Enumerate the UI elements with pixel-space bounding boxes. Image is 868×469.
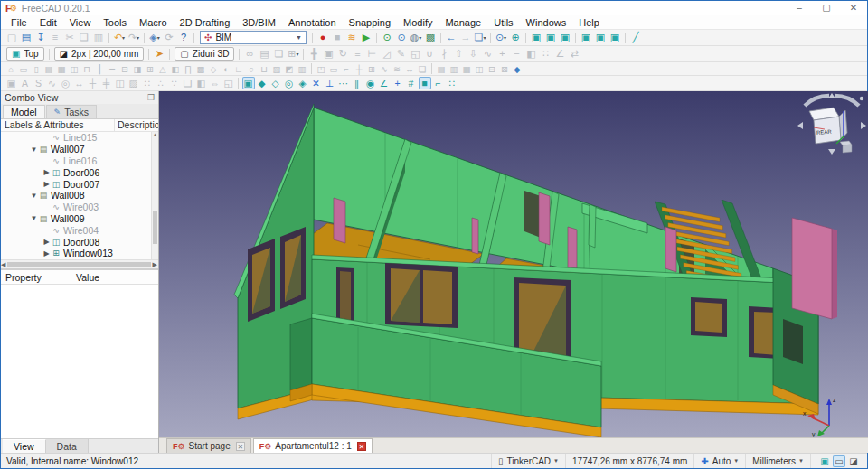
bim-space-icon[interactable]: ▦ [56,63,68,74]
document-tab-start-page[interactable]: F⚙Start page✕ [166,438,251,453]
front-view-icon[interactable]: ▣ [544,31,558,44]
fit-all-icon[interactable]: ⊕ [509,31,523,44]
menu-macro[interactable]: Macro [133,15,174,30]
link-icon[interactable]: ∞ [243,47,257,61]
tab-data[interactable]: Data [46,439,89,453]
bim-equipment-icon[interactable]: ◐ [221,63,232,74]
draft-add-point-icon[interactable]: + [495,47,509,61]
working-plane-arrow-icon[interactable]: ➤ [153,47,166,61]
tree-item-door006[interactable]: ▶◫Door006 [1,166,151,178]
bottom-view-icon[interactable]: ▣ [609,31,622,44]
draw-style-icon[interactable]: ◍▾ [410,31,423,44]
macro-edit-icon[interactable]: ≋ [345,31,359,44]
snap-working-plane-icon[interactable]: ■ [419,77,431,89]
draft-upgrade-icon[interactable]: ⇧ [452,47,466,61]
snap-center-icon[interactable]: ◎ [283,77,296,89]
menu-windows[interactable]: Windows [520,15,573,30]
shape-string-icon[interactable]: S [33,77,45,89]
expand-arrow-icon[interactable]: ▶ [42,168,51,176]
tree-item-wire003[interactable]: ∿Wire003 [1,202,151,213]
snap-near-icon[interactable]: ∠ [378,77,391,89]
path-array-icon[interactable]: ∴ [155,77,167,89]
document-tab-apartamentul12-1[interactable]: F⚙Apartamentul12 : 1✕ [253,438,373,453]
workbench-selector[interactable]: ✣BIM▼ [200,31,307,44]
tree-item-door007[interactable]: ▶◫Door007 [1,178,151,190]
scroll-thumb[interactable] [7,262,150,267]
zoom-in-icon[interactable]: ⊙▾ [495,31,508,44]
bim-beam-icon[interactable]: ━ [107,63,118,74]
draft-remove-point-icon[interactable]: − [510,47,524,61]
close-tab-icon[interactable]: ✕ [236,442,245,451]
ortho-array-icon[interactable]: ∷ [141,77,154,89]
collapse-arrow-icon[interactable]: ▼ [30,145,38,154]
menu-annotation[interactable]: Annotation [282,15,343,30]
tree-horizontal-scrollbar[interactable]: ◀▶ [1,259,158,268]
copy-icon[interactable]: ❏ [78,31,91,44]
draft-join-icon[interactable]: ∪ [423,47,437,61]
tab-view[interactable]: View [3,439,46,453]
ifc-lock-icon[interactable]: ⊠ [499,63,511,74]
image-plane-icon[interactable]: ▣ [5,77,18,89]
snap-special-icon[interactable]: ◉ [364,77,377,89]
snap-extension-icon[interactable]: ⋯ [337,77,350,89]
draft-trimex-icon[interactable]: ⊢ [365,47,379,61]
top-view-icon[interactable]: ▣ [559,31,572,44]
bim-level-icon[interactable]: ▤ [43,63,55,74]
undo-icon[interactable]: ↶▾ [113,31,127,44]
rear-view-icon[interactable]: ▣ [594,31,608,44]
menu-3d-bim[interactable]: 3D/BIM [236,15,282,30]
views-manager-icon[interactable]: ◆ [512,63,524,74]
bim-stairs-icon[interactable]: ▨ [271,63,283,74]
snap-parallel-icon[interactable]: ∥ [351,77,363,89]
refresh-icon[interactable]: ⟳ [163,31,176,44]
tree-item-wall007[interactable]: ▼▤Wall007 [1,144,151,155]
draft-mirror-icon[interactable]: ◧ [524,47,538,61]
draft-wire-to-spline-icon[interactable]: ∿ [481,47,495,61]
axis-system-icon[interactable]: ╪ [100,77,113,89]
draft-copy-icon[interactable]: ▣ [322,47,335,61]
snap-dimensions-icon[interactable]: ⌐ [432,77,445,89]
mirror-icon[interactable]: ◧ [195,77,208,89]
bim-text-icon[interactable]: ≋ [392,63,403,74]
axonometric-view-icon[interactable]: ▣ [530,31,543,44]
tree-item-line015[interactable]: ∿Line015 [1,132,151,144]
redo-icon[interactable]: ↷▾ [127,31,141,44]
tree-item-door008[interactable]: ▶◫Door008 [1,236,151,248]
clone-icon[interactable]: ❏ [182,77,194,89]
tree-item-wall009[interactable]: ▼▤Wall009 [1,213,151,225]
bim-sketch-icon[interactable]: ∿ [379,63,391,74]
ifc-diff-icon[interactable]: ▥ [448,63,460,74]
draft-invert-icon[interactable]: ⇄ [568,47,581,61]
bim-wall-icon[interactable]: ◫ [69,63,80,74]
workbench-icon[interactable]: ◈▾ [148,31,162,44]
tree-vertical-scrollbar[interactable]: ▲ [151,132,158,259]
snap-ortho-icon[interactable]: + [392,77,404,89]
nav-back-icon[interactable]: ← [445,31,458,44]
bim-rebar-icon[interactable]: ∟ [233,63,245,74]
bim-material-icon[interactable]: ◩ [284,63,296,74]
bim-column-icon[interactable]: ┃ [94,63,106,74]
tree-item-wire004[interactable]: ∿Wire004 [1,224,151,236]
menu-manage[interactable]: Manage [439,15,487,30]
bim-dimension-icon[interactable]: ↔ [404,63,416,74]
menu-tools[interactable]: Tools [97,15,133,30]
nav-forward-icon[interactable]: → [459,31,473,44]
axis-icon[interactable]: ┼ [87,77,99,89]
tab-tasks[interactable]: ✎Tasks [46,105,97,118]
close-tab-icon[interactable]: ✕ [357,442,366,451]
menu-modify[interactable]: Modify [397,15,439,30]
snap-perpendicular-icon[interactable]: ⊥ [324,77,336,89]
float-panel-icon[interactable]: ❐ [147,93,155,102]
bim-roof-icon[interactable]: △ [157,63,169,74]
draft-slope-icon[interactable]: ∠ [553,47,567,61]
ifc-expand-icon[interactable]: ▦ [461,63,473,74]
texture-view-icon[interactable]: ▩ [424,31,438,44]
draft-split-icon[interactable]: ∤ [438,47,451,61]
line-style-button[interactable]: ◪2px | 200,00 mm [54,47,145,61]
menu-view[interactable]: View [63,15,98,30]
menu-utils[interactable]: Utils [487,15,519,30]
save-icon[interactable]: ↧ [34,31,48,44]
bim-frame-icon[interactable]: ∏ [183,63,194,74]
snap-midpoint-icon[interactable]: ◇ [269,77,282,89]
menu-2d-drafting[interactable]: 2D Drafting [174,15,237,30]
